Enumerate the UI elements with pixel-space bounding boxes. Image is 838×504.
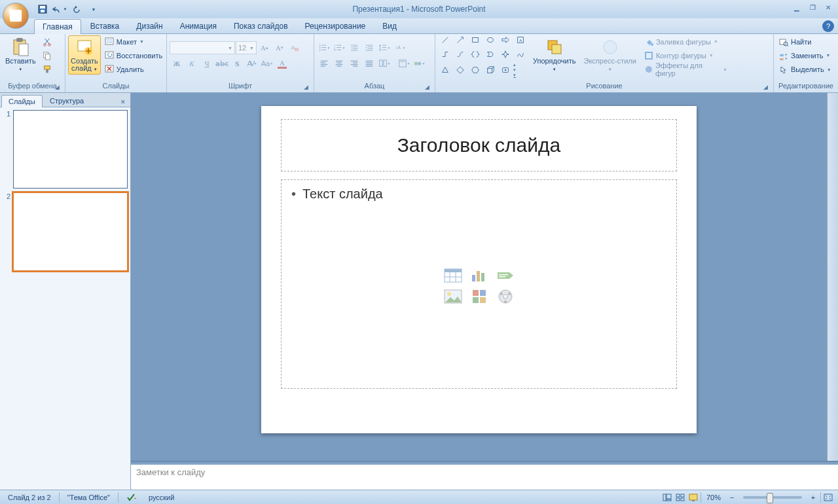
- justify-button[interactable]: [362, 57, 376, 70]
- status-zoom-percent[interactable]: 70%: [702, 494, 725, 501]
- shape-connector-icon[interactable]: [438, 48, 452, 61]
- shape-line-icon[interactable]: [438, 33, 452, 46]
- outline-tab[interactable]: Структура: [43, 94, 91, 107]
- shape-blockarrow-icon[interactable]: [498, 33, 513, 46]
- drawing-launcher[interactable]: ◢: [761, 84, 769, 92]
- zoom-in-icon[interactable]: +: [807, 492, 819, 503]
- shape-curlybrace-icon[interactable]: [468, 48, 483, 61]
- new-slide-button[interactable]: Создать слайд ▼: [68, 35, 101, 75]
- columns-button[interactable]: ▼: [377, 57, 392, 70]
- shape-triangle-icon[interactable]: [438, 63, 452, 77]
- slide[interactable]: Заголовок слайда Текст слайда: [261, 106, 697, 433]
- shape-diamond-icon[interactable]: [453, 63, 467, 77]
- tab-animation[interactable]: Анимация: [172, 19, 225, 33]
- shape-arrow-icon[interactable]: [453, 33, 467, 46]
- tab-home[interactable]: Главная: [34, 19, 81, 34]
- shape-curvedconnector-icon[interactable]: [453, 48, 467, 61]
- tab-design[interactable]: Дизайн: [128, 19, 170, 33]
- title-placeholder[interactable]: Заголовок слайда: [281, 119, 677, 171]
- body-placeholder[interactable]: Текст слайда: [281, 179, 677, 389]
- gallery-down-icon[interactable]: ▾: [513, 67, 516, 73]
- qat-redo[interactable]: [69, 2, 84, 16]
- status-language[interactable]: русский: [145, 494, 178, 501]
- insert-table-icon[interactable]: [442, 267, 464, 284]
- reset-button[interactable]: Восстановить: [102, 49, 165, 62]
- quick-styles-button[interactable]: Экспресс-стили▼: [581, 35, 638, 75]
- smartart-button[interactable]: ▼: [412, 57, 426, 70]
- zoom-out-icon[interactable]: −: [726, 492, 738, 503]
- status-slide-count[interactable]: Слайд 2 из 2: [4, 494, 55, 501]
- shadow-button[interactable]: S: [230, 57, 244, 70]
- shape-effects-button[interactable]: Эффекты для фигур▼: [642, 63, 730, 76]
- font-name-combo[interactable]: ▼: [170, 41, 235, 54]
- shape-oval-icon[interactable]: [483, 33, 498, 46]
- clear-formatting-button[interactable]: A: [287, 41, 302, 54]
- panel-close-icon[interactable]: ✕: [118, 98, 128, 107]
- italic-button[interactable]: К: [185, 57, 199, 70]
- qat-save[interactable]: [35, 2, 50, 16]
- find-button[interactable]: Найти: [776, 35, 835, 48]
- shape-fill-button[interactable]: Заливка фигуры▼: [642, 35, 730, 48]
- strikethrough-button[interactable]: a̶b̶c̶: [215, 57, 229, 70]
- line-spacing-button[interactable]: ▼: [377, 41, 392, 54]
- align-center-button[interactable]: [332, 57, 346, 70]
- insert-media-icon[interactable]: [494, 288, 517, 305]
- grow-font-button[interactable]: A▴: [257, 41, 272, 54]
- numbering-button[interactable]: 123▼: [332, 41, 346, 54]
- shape-rect-icon[interactable]: [468, 33, 483, 46]
- slides-tab[interactable]: Слайды: [1, 95, 43, 107]
- shrink-font-button[interactable]: A▾: [272, 41, 287, 54]
- tab-view[interactable]: Вид: [374, 19, 405, 33]
- shape-outline-button[interactable]: Контур фигуры▼: [642, 49, 730, 62]
- slide-thumbnail-1[interactable]: [13, 110, 128, 189]
- shapes-gallery[interactable]: A ▴ ▾: [438, 35, 528, 76]
- maximize-button[interactable]: ❐: [805, 3, 820, 12]
- zoom-slider[interactable]: [743, 496, 802, 499]
- qat-customize[interactable]: ▼: [86, 2, 101, 16]
- tab-insert[interactable]: Вставка: [82, 19, 128, 33]
- fit-to-window-icon[interactable]: [822, 492, 834, 503]
- shape-scribble-icon[interactable]: [513, 48, 528, 61]
- align-right-button[interactable]: [347, 57, 361, 70]
- bold-button[interactable]: Ж: [170, 57, 184, 70]
- vertical-scrollbar[interactable]: [827, 93, 838, 461]
- font-size-combo[interactable]: 12▼: [236, 41, 257, 54]
- insert-picture-icon[interactable]: [442, 288, 464, 305]
- arrange-button[interactable]: Упорядочить▼: [530, 35, 578, 75]
- status-spellcheck[interactable]: [122, 492, 141, 503]
- change-case-button[interactable]: Aa▼: [260, 57, 274, 70]
- decrease-indent-button[interactable]: [347, 41, 361, 54]
- char-spacing-button[interactable]: AV▼: [245, 57, 259, 70]
- underline-button[interactable]: Ч: [200, 57, 214, 70]
- tab-review[interactable]: Рецензирование: [297, 19, 374, 33]
- text-direction-button[interactable]: ↕A▼: [392, 41, 407, 54]
- insert-clipart-icon[interactable]: [468, 288, 490, 305]
- shape-textbox-icon[interactable]: A: [513, 33, 528, 46]
- bullets-button[interactable]: ▼: [317, 41, 331, 54]
- thumbnails-list[interactable]: 1 2: [0, 107, 130, 490]
- cut-button[interactable]: [40, 35, 54, 48]
- slide-canvas[interactable]: Заголовок слайда Текст слайда: [131, 93, 827, 461]
- align-left-button[interactable]: [317, 57, 331, 70]
- gallery-up-icon[interactable]: ▴: [513, 62, 516, 67]
- qat-undo[interactable]: ▼: [52, 2, 67, 16]
- notes-pane[interactable]: Заметки к слайду: [131, 463, 838, 490]
- align-text-button[interactable]: ▼: [397, 57, 411, 70]
- select-button[interactable]: Выделить▼: [776, 63, 835, 76]
- insert-smartart-icon[interactable]: [494, 267, 517, 284]
- insert-chart-icon[interactable]: [468, 267, 490, 284]
- replace-button[interactable]: abacЗаменить▼: [776, 49, 835, 62]
- shape-chevron-icon[interactable]: [483, 48, 498, 61]
- close-button[interactable]: ✕: [821, 3, 835, 12]
- help-icon[interactable]: ?: [822, 20, 834, 32]
- format-painter-button[interactable]: [40, 63, 54, 76]
- slide-thumbnail-2[interactable]: [13, 192, 128, 271]
- shape-cube-icon[interactable]: [483, 63, 498, 77]
- font-color-button[interactable]: A: [275, 57, 289, 70]
- office-button[interactable]: [3, 3, 29, 29]
- layout-button[interactable]: Макет▼: [102, 35, 165, 48]
- paste-button[interactable]: Вставить▼: [3, 35, 39, 75]
- copy-button[interactable]: [40, 49, 54, 62]
- shape-hexagon-icon[interactable]: [468, 63, 483, 77]
- status-theme[interactable]: "Тема Office": [64, 494, 114, 501]
